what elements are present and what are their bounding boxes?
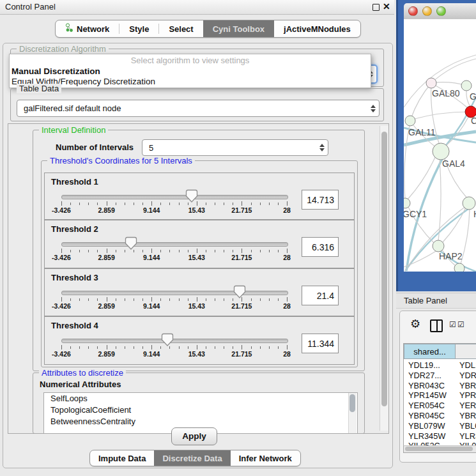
- table-scrollbar-thumb[interactable]: [405, 447, 473, 451]
- network-node-label: GAL4: [442, 158, 465, 169]
- slider-track[interactable]: [61, 291, 288, 295]
- checkbox-checked-icon[interactable]: ☑: [449, 320, 456, 329]
- tab-impute-data[interactable]: Impute Data: [90, 450, 154, 466]
- slider-tick: [134, 203, 134, 205]
- slider-tick: [107, 249, 107, 253]
- split-view-icon[interactable]: [430, 319, 443, 332]
- table-horizontal-scrollbar[interactable]: [403, 445, 476, 453]
- thresholds-group: Threshold's Coordinates for 5 Intervals …: [41, 160, 358, 367]
- node-attribute-table[interactable]: shared...naYDL19...YDL1YDR27...YDR2YBR04…: [403, 343, 476, 446]
- checkbox-checked-icon[interactable]: ☑: [457, 320, 464, 329]
- slider-thumb[interactable]: [185, 189, 198, 203]
- table-row[interactable]: YER054CYER0: [404, 401, 476, 411]
- slider-tick-label: -3.426: [52, 350, 71, 358]
- tab-jactivemnodules[interactable]: jActiveMNodules: [274, 20, 360, 37]
- column-header-shared-name[interactable]: shared...: [404, 344, 456, 359]
- control-panel-tabs: NetworkStyleSelectCyni ToolboxjActiveMNo…: [55, 20, 361, 38]
- threshold-value-field[interactable]: 21.4: [302, 286, 339, 305]
- network-edge[interactable]: [431, 59, 476, 83]
- panel-scrollbar[interactable]: [380, 126, 388, 431]
- network-node-GAL11[interactable]: [405, 116, 415, 126]
- tab-network[interactable]: Network: [56, 20, 119, 37]
- network-edge[interactable]: [412, 112, 468, 119]
- table-row[interactable]: YLR345WYLR3: [404, 431, 476, 441]
- apply-button[interactable]: Apply: [171, 427, 217, 445]
- threshold-value-field[interactable]: 6.316: [302, 237, 339, 257]
- cell-shared-name: YDR27...: [408, 371, 441, 380]
- threshold-label: Threshold 2: [51, 224, 98, 234]
- tab-infer-network[interactable]: Infer Network: [231, 450, 300, 466]
- table-data-title: Table Data: [17, 84, 61, 93]
- table-row[interactable]: YBR045CYBR0: [404, 411, 476, 421]
- mac-close-icon[interactable]: [408, 6, 418, 16]
- slider-tick-label: 21.715: [231, 254, 252, 261]
- network-node-H[interactable]: [463, 197, 475, 210]
- slider-tick: [278, 203, 279, 205]
- slider-track[interactable]: [61, 195, 288, 199]
- slider-tick-label: 21.715: [231, 206, 252, 214]
- popup-prompt-item[interactable]: Select algorithm to view settings: [10, 56, 371, 65]
- threshold-value-field[interactable]: 11.344: [302, 334, 339, 353]
- slider-tick: [215, 250, 215, 252]
- network-node-GA[interactable]: [461, 81, 472, 91]
- tab-label: Style: [129, 24, 149, 34]
- network-node-GAL80[interactable]: [426, 78, 436, 88]
- slider-track[interactable]: [61, 339, 288, 343]
- threshold-value-field[interactable]: 14.713: [302, 190, 339, 210]
- network-edge[interactable]: [411, 83, 431, 119]
- slider-tick: [269, 346, 270, 349]
- mac-maximize-icon[interactable]: [436, 6, 446, 16]
- mac-minimize-icon[interactable]: [422, 6, 432, 16]
- list-item[interactable]: BetweennessCentrality: [44, 416, 357, 427]
- slider-thumb[interactable]: [161, 333, 174, 347]
- tab-select[interactable]: Select: [159, 20, 203, 37]
- list-scrollbar-thumb[interactable]: [349, 394, 355, 412]
- popup-item-manual-discretization[interactable]: Manual Discretization: [12, 66, 100, 76]
- network-node-HAP2[interactable]: [433, 240, 444, 252]
- network-node[interactable]: [454, 263, 464, 272]
- slider-tick: [169, 250, 170, 252]
- list-scrollbar[interactable]: [348, 393, 357, 433]
- table-row[interactable]: YBL079WYBL0: [404, 421, 476, 431]
- slider-thumb[interactable]: [233, 285, 246, 299]
- slider-tick: [70, 250, 71, 252]
- table-row[interactable]: YPR145WYPR1: [404, 390, 476, 401]
- slider-track[interactable]: [61, 242, 288, 247]
- number-of-intervals-combobox[interactable]: 5: [142, 139, 328, 156]
- slider-tick-label: 28: [283, 206, 291, 214]
- slider-tick: [97, 298, 98, 301]
- column-header-name[interactable]: na: [455, 344, 476, 359]
- slider-tick: [97, 250, 98, 252]
- algorithm-dropdown-popup: Select algorithm to view settings Manual…: [9, 54, 371, 88]
- gear-icon[interactable]: ⚙: [410, 317, 420, 331]
- close-icon[interactable]: ✕: [383, 1, 390, 12]
- slider-tick-label: 15.43: [188, 350, 205, 358]
- table-row[interactable]: YBR043CYBR0: [404, 381, 476, 391]
- slider-thumb[interactable]: [125, 236, 137, 250]
- network-edge[interactable]: [408, 157, 435, 199]
- slider-tick-label: 28: [283, 350, 291, 358]
- panel-scrollbar-thumb[interactable]: [381, 132, 387, 406]
- float-panel-icon[interactable]: [372, 4, 380, 11]
- tab-discretize-data[interactable]: Discretize Data: [154, 450, 230, 466]
- combobox-arrows-icon: [367, 105, 379, 112]
- slider-tick: [242, 249, 242, 253]
- tab-style[interactable]: Style: [119, 20, 158, 37]
- list-item[interactable]: TopologicalCoefficient: [44, 404, 357, 416]
- network-node-GAL4[interactable]: [433, 143, 449, 160]
- attributes-group: Attributes to discretize Numerical Attri…: [33, 372, 365, 434]
- panel-title: Control Panel: [5, 2, 56, 12]
- list-item[interactable]: SelfLoops: [44, 393, 357, 404]
- combobox-arrows-icon: [316, 144, 328, 151]
- cell-name: YER0: [459, 401, 476, 410]
- network-node-GCY1[interactable]: [404, 198, 410, 208]
- table-data-combobox[interactable]: galFiltered.sif default node: [17, 100, 380, 117]
- slider-tick-label: 28: [283, 302, 291, 310]
- tab-cyni-toolbox[interactable]: Cyni Toolbox: [203, 20, 274, 37]
- cell-name: YBR0: [459, 381, 476, 390]
- table-row[interactable]: YDR27...YDR2: [404, 371, 476, 381]
- slider-tick: [169, 203, 170, 205]
- table-row[interactable]: YDL19...YDL1: [404, 360, 476, 371]
- slider-tick: [224, 203, 224, 205]
- network-canvas[interactable]: GAL80GACGAL11GAL4GCY1HHAP2: [404, 19, 476, 272]
